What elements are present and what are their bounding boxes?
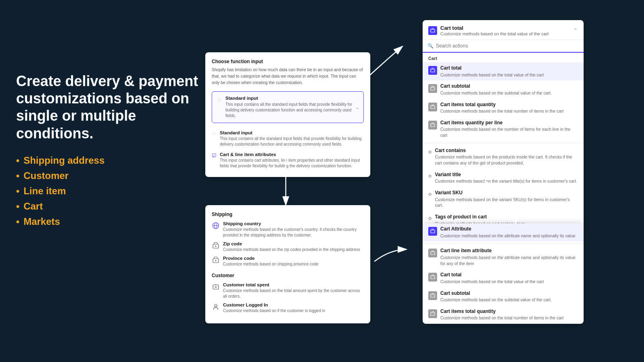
svg-point-9 xyxy=(215,246,217,247)
cart-section-label: Cart xyxy=(423,53,584,62)
svg-rect-18 xyxy=(431,276,435,279)
standard-input-content: Standard input This input contains all t… xyxy=(225,96,359,119)
customer-logged-in-item: Customer Logged In Customize methods bas… xyxy=(212,302,364,314)
shipping-section-title: Shipping xyxy=(212,212,364,217)
option-chevron: ⌄ xyxy=(355,105,359,110)
search-bar: 🔍 xyxy=(423,40,584,53)
province-code-icon xyxy=(212,256,220,264)
variant-sku-icon: ○ xyxy=(428,191,431,197)
svg-rect-16 xyxy=(431,230,435,233)
cart-line-attr-content: Cart line item attribute Customize metho… xyxy=(440,248,578,266)
cart-line-attr-icon xyxy=(428,249,437,257)
bottom-cart-qty-content: Cart items total quantity Customize meth… xyxy=(440,309,564,321)
svg-rect-3 xyxy=(431,106,435,109)
tags-icon: ○ xyxy=(428,215,431,221)
bullet-item-2: Customer xyxy=(16,170,209,181)
bottom-cart-subtotal-content: Cart subtotal Customize methods based on… xyxy=(440,290,552,303)
svg-rect-2 xyxy=(431,87,435,90)
bottom-cart-total-icon xyxy=(428,273,437,282)
cart-icon-3 xyxy=(428,121,437,130)
customer-logged-in-content: Customer Logged In Customize methods bas… xyxy=(223,302,325,314)
svg-point-11 xyxy=(215,260,217,261)
shipping-country-item: Shipping country Customize methods based… xyxy=(212,221,364,238)
svg-point-15 xyxy=(215,304,217,307)
customer-section-title: Customer xyxy=(212,273,364,278)
choose-function-body: Shopify has limitation on how much data … xyxy=(212,67,364,86)
action-item-cart-attr[interactable]: Cart Attribute Customize methods based o… xyxy=(423,223,584,241)
action-item-variant-sku[interactable]: ○ Variant SKU Customize methods based on… xyxy=(423,187,584,211)
customer-total-spent-content: Customer total spent Customize methods b… xyxy=(223,282,364,299)
svg-rect-19 xyxy=(431,294,435,297)
search-icon: 🔍 xyxy=(427,43,433,49)
variant-sku-content: Variant SKU Customize methods based on t… xyxy=(435,190,578,208)
left-section: Create delivery & payment customizations… xyxy=(16,72,209,231)
variant-title-content: Variant title Customize methods based on… xyxy=(435,172,577,184)
bullet-item-5: Markets xyxy=(16,216,209,227)
middle-top-panel: Choose function input Shopify has limita… xyxy=(205,52,370,177)
star-icon-selected: ☆ xyxy=(217,96,222,103)
action-item-variant-title[interactable]: ○ Variant title Customize methods based … xyxy=(423,169,584,187)
search-input[interactable] xyxy=(436,43,579,49)
cart-qty-content: Cart items total quantity Customize meth… xyxy=(440,102,564,114)
customer-logged-icon xyxy=(212,303,220,311)
bottom-cart-total-content: Cart total Customize methods based on th… xyxy=(440,272,544,284)
action-item-bottom-cart-qty[interactable]: Cart items total quantity Customize meth… xyxy=(423,306,584,324)
svg-rect-20 xyxy=(431,313,435,315)
customer-total-spent-item: Customer total spent Customize methods b… xyxy=(212,282,364,299)
action-item-bottom-cart-total[interactable]: Cart total Customize methods based on th… xyxy=(423,269,584,287)
zip-code-item: Zip code Customize methods based on the … xyxy=(212,241,364,253)
zip-code-content: Zip code Customize methods based on the … xyxy=(223,241,360,253)
star-icon-1: ☆ xyxy=(212,130,217,136)
panel-title: Cart total xyxy=(440,25,549,31)
panel-header-left: Cart total Customize methods based on th… xyxy=(428,25,549,36)
svg-rect-1 xyxy=(431,69,435,72)
shipping-country-icon xyxy=(212,222,220,230)
list-item-cart-attrs: ☑ Cart & line item attributes This input… xyxy=(212,152,364,169)
cart-attr-content: Cart Attribute Customize methods based o… xyxy=(440,226,576,239)
standard-input-option[interactable]: ☆ Standard input This input contains all… xyxy=(212,91,364,123)
bullet-item-3: Line item xyxy=(16,185,209,197)
panel-subtitle: Customize methods based on the total val… xyxy=(440,31,549,36)
chevron-icon[interactable]: ⌃ xyxy=(573,27,578,34)
cart-icon-1 xyxy=(428,84,437,93)
cart-icon-2 xyxy=(428,103,437,111)
panel-header: Cart total Customize methods based on th… xyxy=(423,20,584,40)
list-item-cart-attrs-content: Cart & line item attributes This input c… xyxy=(220,152,364,169)
svg-rect-0 xyxy=(431,29,435,32)
list-item-standard-content: Standard input This input contains all t… xyxy=(220,130,364,147)
bullet-item-1: Shipping address xyxy=(16,155,209,166)
cart-contains-content: Cart contains Customize methods based on… xyxy=(435,148,578,166)
province-code-item: Province code Customize methods based on… xyxy=(212,256,364,267)
shipping-country-content: Shipping country Customize methods based… xyxy=(223,221,364,238)
choose-function-title: Choose function input xyxy=(212,59,364,64)
action-item-cart-qty-line[interactable]: Cart items quantity per line Customize m… xyxy=(423,117,584,141)
bullet-item-4: Cart xyxy=(16,201,209,212)
main-heading: Create delivery & payment customizations… xyxy=(16,72,209,142)
zip-code-icon xyxy=(212,242,220,250)
variant-title-icon: ○ xyxy=(428,173,431,179)
svg-point-13 xyxy=(215,286,217,288)
cart-total-icon xyxy=(428,26,437,35)
action-item-bottom-cart-subtotal[interactable]: Cart subtotal Customize methods based on… xyxy=(423,288,584,306)
bottom-cart-qty-icon xyxy=(428,309,437,318)
customer-total-icon xyxy=(212,283,220,291)
bullet-list: Shipping address Customer Line item Cart… xyxy=(16,155,209,227)
action-item-cart-subtotal[interactable]: Cart subtotal Customize methods based on… xyxy=(423,80,584,99)
cart-attr-icon xyxy=(428,227,437,236)
action-item-cart-contains[interactable]: ○ Cart contains Customize methods based … xyxy=(423,145,584,169)
cart-icon-0 xyxy=(428,66,437,75)
action-item-cart-total[interactable]: Cart total Customize methods based on th… xyxy=(423,62,584,80)
cart-qty-line-content: Cart items quantity per line Customize m… xyxy=(440,120,578,138)
bottom-right-panel: Cart Attribute Customize methods based o… xyxy=(423,223,584,324)
action-item-cart-qty[interactable]: Cart items total quantity Customize meth… xyxy=(423,99,584,117)
svg-rect-12 xyxy=(213,285,219,289)
list-item-standard: ☆ Standard input This input contains all… xyxy=(212,130,364,147)
province-code-content: Province code Customize methods based on… xyxy=(223,256,318,267)
action-item-cart-line-attr[interactable]: Cart line item attribute Customize metho… xyxy=(423,245,584,269)
check-icon-1: ☑ xyxy=(212,152,217,158)
bottom-cart-subtotal-icon xyxy=(428,291,437,300)
svg-rect-4 xyxy=(431,124,435,127)
cart-total-content: Cart total Customize methods based on th… xyxy=(440,65,544,78)
panel-header-text: Cart total Customize methods based on th… xyxy=(440,25,549,36)
bottom-middle-panel: Shipping Shipping country Customize meth… xyxy=(205,205,370,323)
